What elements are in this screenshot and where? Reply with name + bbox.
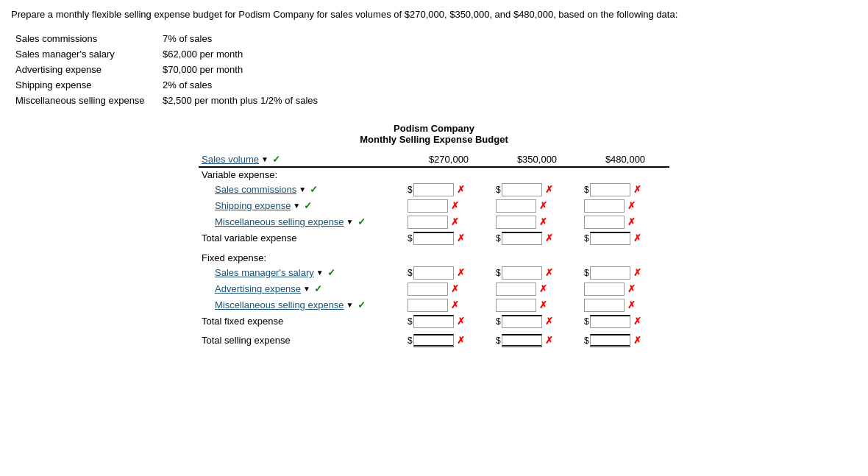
x-mark-mv-2: ✗ xyxy=(539,216,547,227)
header-480: $480,000 xyxy=(581,152,669,167)
shipping-expense-input-480[interactable] xyxy=(584,199,625,213)
header-270: $270,000 xyxy=(405,152,493,167)
dollar-sign-tf-2: $ xyxy=(496,316,501,327)
x-mark-sm-2: ✗ xyxy=(545,267,553,278)
dollar-sign-ts-2: $ xyxy=(496,335,501,346)
x-mark-ad-2: ✗ xyxy=(539,283,547,294)
dollar-sign-sm-2: $ xyxy=(496,268,501,278)
dollar-sign-tv-3: $ xyxy=(584,233,589,244)
sales-volume-header[interactable]: Sales volume xyxy=(202,154,259,165)
total-fixed-input-350[interactable] xyxy=(502,315,542,328)
advertising-input-480[interactable] xyxy=(584,283,625,296)
x-mark-se-2: ✗ xyxy=(539,200,547,211)
misc-fixed-input-480[interactable] xyxy=(584,299,625,312)
x-mark-ad-1: ✗ xyxy=(451,283,459,294)
x-mark-sc-2: ✗ xyxy=(545,184,553,195)
sales-manager-row: Sales manager's salary ▼ ✓ $ ✗ $ ✗ xyxy=(199,265,669,281)
shipping-expense-dropdown-icon[interactable]: ▼ xyxy=(293,202,300,210)
given-value-2: $70,000 per month xyxy=(158,62,857,77)
x-mark-tv-3: ✗ xyxy=(633,232,641,244)
x-mark-ts-2: ✗ xyxy=(545,335,553,346)
x-mark-ts-3: ✗ xyxy=(633,335,641,346)
x-mark-mv-3: ✗ xyxy=(627,216,636,227)
sales-manager-input-350[interactable] xyxy=(502,266,542,280)
misc-variable-input-350[interactable] xyxy=(496,216,536,229)
misc-fixed-label[interactable]: Miscellaneous selling expense xyxy=(215,299,344,310)
x-mark-tv-2: ✗ xyxy=(545,232,553,244)
given-value-1: $62,000 per month xyxy=(158,46,857,62)
total-selling-input-350[interactable] xyxy=(502,334,542,347)
advertising-dropdown-icon[interactable]: ▼ xyxy=(303,285,310,293)
sales-manager-check-icon: ✓ xyxy=(327,267,335,278)
shipping-expense-input-270[interactable] xyxy=(408,199,448,213)
dollar-sign-tv-2: $ xyxy=(496,233,501,244)
total-fixed-input-270[interactable] xyxy=(413,315,454,328)
sales-manager-input-480[interactable] xyxy=(590,266,630,280)
total-fixed-row: Total fixed expense $ ✗ $ ✗ $ xyxy=(199,313,669,330)
x-mark-se-1: ✗ xyxy=(451,200,459,211)
x-mark-tv-1: ✗ xyxy=(457,232,465,244)
total-variable-input-350[interactable] xyxy=(502,232,542,245)
sales-volume-check-icon: ✓ xyxy=(272,154,280,165)
header-350: $350,000 xyxy=(493,152,581,167)
total-variable-row: Total variable expense $ ✗ $ ✗ $ xyxy=(199,230,669,246)
dollar-sign-tf-1: $ xyxy=(408,316,413,327)
budget-table: Sales volume ▼ ✓ $270,000 $350,000 $480,… xyxy=(199,152,669,349)
misc-variable-input-270[interactable] xyxy=(408,216,448,229)
misc-variable-dropdown-icon[interactable]: ▼ xyxy=(346,218,354,226)
misc-fixed-dropdown-icon[interactable]: ▼ xyxy=(346,301,354,309)
total-selling-input-270[interactable] xyxy=(413,334,454,347)
given-data-table: Sales commissions 7% of sales Sales mana… xyxy=(11,31,857,108)
x-mark-tf-3: ✗ xyxy=(633,316,641,327)
misc-fixed-input-350[interactable] xyxy=(496,299,536,312)
fixed-section-row: Fixed expense: xyxy=(199,251,669,265)
table-header-section: Podism Company Monthly Selling Expense B… xyxy=(11,123,857,145)
sales-manager-dropdown-icon[interactable]: ▼ xyxy=(316,269,324,277)
advertising-input-270[interactable] xyxy=(408,283,448,296)
intro-text: Prepare a monthly flexible selling expen… xyxy=(11,7,857,22)
misc-variable-label[interactable]: Miscellaneous selling expense xyxy=(215,216,344,227)
advertising-input-350[interactable] xyxy=(496,283,536,296)
shipping-expense-row: Shipping expense ▼ ✓ ✗ ✗ xyxy=(199,198,669,214)
misc-variable-check-icon: ✓ xyxy=(357,216,366,227)
x-mark-tf-1: ✗ xyxy=(457,316,465,327)
sales-commissions-input-270[interactable] xyxy=(413,183,454,196)
x-mark-mf-1: ✗ xyxy=(451,299,459,310)
misc-fixed-check-icon: ✓ xyxy=(357,299,366,310)
x-mark-ts-1: ✗ xyxy=(457,335,465,346)
sales-commissions-label[interactable]: Sales commissions xyxy=(215,184,296,195)
company-name: Podism Company xyxy=(394,123,474,134)
budget-title: Monthly Selling Expense Budget xyxy=(360,134,508,145)
misc-variable-input-480[interactable] xyxy=(584,216,625,229)
x-mark-sm-3: ✗ xyxy=(633,267,641,278)
sales-manager-input-270[interactable] xyxy=(413,266,454,280)
shipping-expense-input-350[interactable] xyxy=(496,199,536,213)
given-label-1: Sales manager's salary xyxy=(11,46,158,62)
sales-commissions-input-350[interactable] xyxy=(502,183,542,196)
given-value-4: $2,500 per month plus 1/2% of sales xyxy=(158,93,857,108)
x-mark-ad-3: ✗ xyxy=(627,283,636,294)
dollar-sign-tv-1: $ xyxy=(408,233,413,244)
sales-volume-dropdown-icon[interactable]: ▼ xyxy=(261,155,268,163)
misc-fixed-input-270[interactable] xyxy=(408,299,448,312)
table-header-row: Sales volume ▼ ✓ $270,000 $350,000 $480,… xyxy=(199,152,669,167)
x-mark-sc-1: ✗ xyxy=(457,184,465,195)
x-mark-mf-2: ✗ xyxy=(539,299,547,310)
sales-manager-label[interactable]: Sales manager's salary xyxy=(215,267,314,278)
variable-section-row: Variable expense: xyxy=(199,167,669,182)
dollar-sign-sc-1: $ xyxy=(408,185,413,195)
total-variable-input-270[interactable] xyxy=(413,232,454,245)
total-variable-input-480[interactable] xyxy=(590,232,630,245)
fixed-label: Fixed expense: xyxy=(199,251,405,265)
dollar-sign-ts-1: $ xyxy=(408,335,413,346)
given-label-0: Sales commissions xyxy=(11,31,158,46)
x-mark-tf-2: ✗ xyxy=(545,316,553,327)
shipping-expense-label[interactable]: Shipping expense xyxy=(215,200,291,211)
dollar-sign-sc-2: $ xyxy=(496,185,501,195)
advertising-expense-label[interactable]: Advertising expense xyxy=(215,283,301,294)
sales-commissions-input-480[interactable] xyxy=(590,183,630,196)
given-value-0: 7% of sales xyxy=(158,31,857,46)
total-selling-input-480[interactable] xyxy=(590,334,630,347)
total-fixed-input-480[interactable] xyxy=(590,315,630,328)
sales-commissions-dropdown-icon[interactable]: ▼ xyxy=(299,185,306,193)
